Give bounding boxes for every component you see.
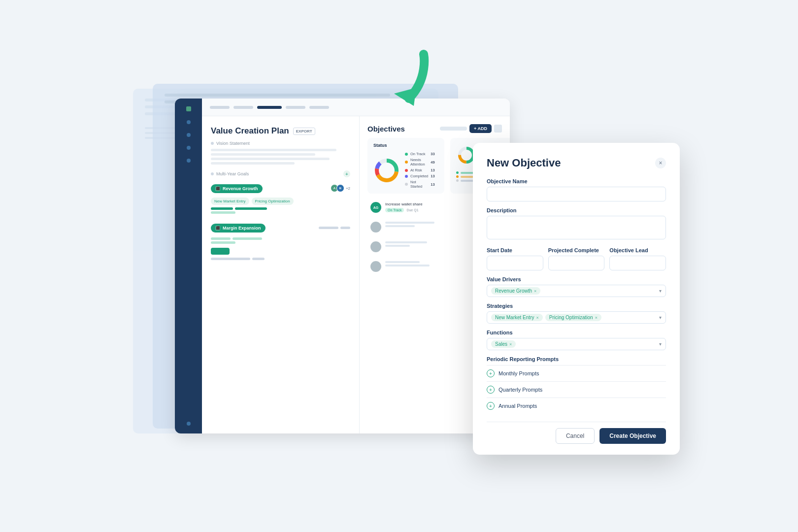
dot-at-risk: [405, 169, 408, 172]
sidebar-nav-bottom[interactable]: [187, 422, 191, 426]
legend-needs-att: Needs Attention 49: [405, 158, 438, 166]
obj-bar-2b: [385, 225, 415, 227]
start-date-group: Start Date: [487, 247, 543, 270]
projected-complete-input[interactable]: [548, 256, 605, 270]
revenue-growth-tag[interactable]: ⬛ Revenue Growth: [211, 184, 263, 193]
strategy-tag-pricing-label: Pricing Optimization: [549, 315, 593, 320]
legend-on-track: On Track 33: [405, 152, 438, 156]
functions-input[interactable]: Sales × ▾: [487, 338, 666, 350]
modal-title: New Objective: [487, 157, 561, 169]
prog-bar-2: [235, 207, 267, 210]
objective-name-group: Objective Name: [487, 178, 666, 201]
objective-name-input[interactable]: [487, 187, 666, 201]
main-panel: Value Creation Plan EXPORT Vision Statem…: [175, 99, 510, 433]
mini-dot-2: [456, 175, 459, 178]
multi-year-row: Multi-Year Goals +: [211, 170, 350, 177]
label-not-started: Not Started: [410, 180, 428, 189]
monthly-prompts-expand[interactable]: +: [487, 369, 495, 377]
avatar-2: B: [336, 184, 344, 192]
sidebar-nav-2[interactable]: [187, 133, 191, 137]
revenue-growth-goal: ⬛ Revenue Growth A B +2 New Market Entry: [211, 181, 350, 214]
margin-bars-3: [211, 258, 350, 260]
quarterly-prompts-expand[interactable]: +: [487, 386, 495, 394]
margin-expansion-tag[interactable]: ⬛ Margin Expansion: [211, 224, 266, 233]
function-tag-sales: Sales ×: [491, 340, 516, 348]
dot-on-track: [405, 153, 408, 156]
date-row: Start Date Projected Complete Objective …: [487, 247, 666, 276]
sidebar-nav-4[interactable]: [187, 159, 191, 163]
modal-close-button[interactable]: ×: [655, 158, 666, 168]
pricing-optimization-tag: Pricing Optimization: [252, 198, 294, 205]
dot-not-started: [405, 183, 408, 186]
m-bar-2: [233, 237, 262, 240]
legend-completed: Completed 13: [405, 174, 438, 178]
description-input[interactable]: [487, 216, 666, 239]
strategy-tag-pricing-remove[interactable]: ×: [595, 315, 598, 320]
value-drivers-input[interactable]: Revenue Growth × ▾: [487, 285, 666, 297]
vision-line-1: [211, 149, 336, 151]
start-date-input[interactable]: [487, 256, 543, 270]
progress-bars-2: [211, 211, 350, 214]
functions-label: Functions: [487, 330, 666, 335]
label-on-track: On Track: [410, 152, 425, 156]
strategies-label: Strategies: [487, 303, 666, 309]
margin-bars-1: [211, 237, 350, 240]
strategies-input[interactable]: New Market Entry × Pricing Optimization …: [487, 311, 666, 324]
avatar-count: +2: [346, 186, 350, 191]
obj-header: Objectives + ADD: [367, 124, 502, 133]
strategy-tag-new-market-remove[interactable]: ×: [536, 315, 538, 320]
projected-complete-label: Projected Complete: [548, 247, 605, 253]
panel-body: Value Creation Plan EXPORT Vision Statem…: [202, 116, 510, 433]
value-driver-tag-remove[interactable]: ×: [534, 289, 536, 294]
panel-content: Value Creation Plan EXPORT Vision Statem…: [202, 99, 510, 433]
cancel-button[interactable]: Cancel: [556, 428, 595, 444]
new-market-entry-tag: New Market Entry: [211, 198, 249, 205]
quarterly-prompts-item[interactable]: + Quarterly Prompts: [487, 381, 666, 398]
value-driver-tag-revenue: Revenue Growth ×: [491, 287, 540, 295]
nav-pill-active: [257, 106, 282, 109]
margin-bars-2: [211, 241, 350, 244]
mini-dot-1: [456, 171, 459, 174]
modal-footer: Cancel Create Objective: [487, 422, 666, 444]
objective-name-label: Objective Name: [487, 178, 666, 184]
functions-dropdown-arrow: ▾: [659, 341, 662, 347]
annual-prompts-item[interactable]: + Annual Prompts: [487, 398, 666, 414]
modal-header: New Objective ×: [487, 157, 666, 169]
obj-avatar-1: AG: [370, 202, 381, 213]
status-chart-inner: On Track 33 Needs Attention 49: [373, 152, 438, 189]
count-on-track: 33: [431, 152, 438, 156]
monthly-prompts-item[interactable]: + Monthly Prompts: [487, 365, 666, 381]
create-objective-button[interactable]: Create Objective: [599, 428, 666, 444]
objective-lead-input[interactable]: [609, 256, 666, 270]
obj-title: Objectives: [367, 125, 405, 133]
function-tag-sales-remove[interactable]: ×: [509, 342, 512, 347]
cta-bar: [211, 248, 230, 255]
strategy-tags: New Market Entry Pricing Optimization: [211, 198, 350, 205]
add-goal-button[interactable]: +: [343, 170, 350, 177]
sidebar-nav-3[interactable]: [187, 146, 191, 150]
strategies-group: Strategies New Market Entry × Pricing Op…: [487, 303, 666, 324]
revenue-growth-label: Revenue Growth: [223, 186, 258, 191]
label-completed: Completed: [410, 174, 428, 178]
margin-expansion-label: Margin Expansion: [223, 226, 261, 231]
functions-group: Functions Sales × ▾: [487, 330, 666, 350]
description-group: Description: [487, 207, 666, 241]
value-driver-tag-label: Revenue Growth: [495, 288, 532, 294]
due-date-1: Due Q1: [406, 208, 418, 212]
avatar-group: A B +2: [331, 184, 350, 192]
legend-at-risk: At Risk 13: [405, 168, 438, 172]
count-at-risk: 13: [431, 168, 438, 172]
value-drivers-group: Value Drivers Revenue Growth × ▾: [487, 276, 666, 297]
new-objective-modal: New Objective × Objective Name Descripti…: [473, 143, 680, 455]
m-bar-3: [211, 241, 235, 244]
export-button[interactable]: EXPORT: [293, 128, 315, 135]
obj-avatar-4: [370, 261, 381, 272]
view-toggle[interactable]: [494, 125, 502, 133]
svg-marker-0: [394, 88, 416, 106]
add-objective-button[interactable]: + ADD: [469, 124, 492, 133]
sidebar-nav-1[interactable]: [187, 120, 191, 124]
dot-completed: [405, 175, 408, 178]
filter-pill: [440, 127, 467, 131]
annual-prompts-expand[interactable]: +: [487, 402, 495, 410]
projected-complete-group: Projected Complete: [548, 247, 605, 270]
